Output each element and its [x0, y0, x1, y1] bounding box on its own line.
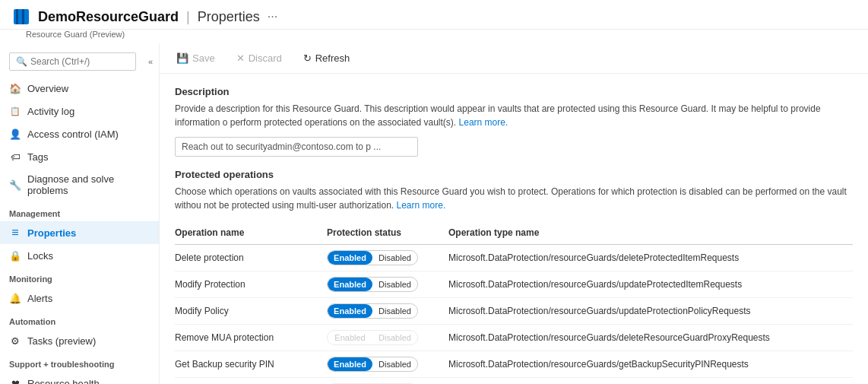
sidebar-label-locks: Locks: [27, 250, 53, 262]
toggle-enabled[interactable]: Enabled: [328, 278, 372, 291]
overview-icon: 🏠: [9, 82, 21, 94]
sidebar-item-properties[interactable]: ≡ Properties: [0, 221, 159, 244]
sidebar-item-diagnose[interactable]: 🔧 Diagnose and solve problems: [0, 168, 159, 202]
toggle-group[interactable]: EnabledDisabled: [327, 330, 418, 345]
protected-ops-desc: Choose which operations on vaults associ…: [175, 185, 853, 212]
search-box[interactable]: 🔍: [9, 52, 136, 71]
op-name: Disable soft delete: [175, 378, 327, 385]
sidebar-label-alerts: Alerts: [27, 293, 52, 304]
content-area: Description Provide a description for th…: [160, 74, 868, 384]
op-status[interactable]: EnabledDisabled: [327, 378, 448, 385]
sidebar-item-locks[interactable]: 🔒 Locks: [0, 244, 159, 267]
sidebar: 🔍 « 🏠 Overview 📋 Activity log 👤 Access c…: [0, 43, 160, 384]
svg-rect-2: [19, 9, 21, 24]
page-header: DemoResourceGuard | Properties ···: [0, 0, 868, 30]
op-name: Delete protection: [175, 245, 327, 271]
toggle-group[interactable]: EnabledDisabled: [327, 357, 418, 372]
sidebar-nav: 🏠 Overview 📋 Activity log 👤 Access contr…: [0, 77, 159, 384]
toggle-disabled[interactable]: Disabled: [372, 331, 417, 344]
op-status[interactable]: EnabledDisabled: [327, 351, 448, 378]
op-status[interactable]: EnabledDisabled: [327, 325, 448, 351]
toggle-enabled[interactable]: Enabled: [328, 304, 372, 318]
toggle-group[interactable]: EnabledDisabled: [327, 277, 418, 292]
toggle-enabled[interactable]: Enabled: [328, 357, 372, 371]
op-name: Modify Protection: [175, 271, 327, 298]
table-row: Modify ProtectionEnabledDisabledMicrosof…: [175, 271, 853, 298]
table-row: Disable soft deleteEnabledDisabledMicros…: [175, 378, 853, 385]
more-options-icon[interactable]: ···: [268, 10, 277, 24]
discard-button[interactable]: ✕ Discard: [232, 49, 287, 67]
sidebar-label-access-control: Access control (IAM): [27, 129, 119, 140]
description-text: Provide a description for this Resource …: [175, 102, 853, 129]
section-management: Management: [0, 202, 159, 221]
protected-ops-learn-more[interactable]: Learn more.: [397, 200, 446, 211]
activity-log-icon: 📋: [9, 105, 21, 117]
protected-ops-title: Protected operations: [175, 169, 853, 180]
toggle-group[interactable]: EnabledDisabled: [327, 303, 418, 319]
operations-table: Operation name Protection status Operati…: [175, 223, 853, 384]
svg-rect-1: [16, 9, 18, 24]
tags-icon: 🏷: [9, 151, 21, 163]
resource-name: DemoResourceGuard: [38, 9, 179, 25]
sidebar-item-alerts[interactable]: 🔔 Alerts: [0, 287, 159, 309]
save-button[interactable]: 💾 Save: [172, 49, 220, 67]
toggle-enabled[interactable]: Enabled: [328, 331, 372, 344]
col-header-type: Operation type name: [448, 223, 853, 245]
op-name: Modify Policy: [175, 298, 327, 325]
op-status[interactable]: EnabledDisabled: [327, 245, 448, 271]
sidebar-label-diagnose: Diagnose and solve problems: [27, 173, 150, 196]
svg-rect-3: [22, 9, 24, 24]
sidebar-label-activity-log: Activity log: [27, 106, 74, 117]
resource-type-label: Resource Guard (Preview): [0, 30, 868, 43]
toggle-enabled[interactable]: Enabled: [328, 251, 372, 265]
page-title: Properties: [198, 9, 260, 25]
toggle-disabled[interactable]: Disabled: [372, 278, 417, 291]
op-name: Get Backup security PIN: [175, 351, 327, 378]
save-icon: 💾: [176, 52, 188, 64]
resource-guard-icon: [12, 8, 30, 26]
discard-icon: ✕: [236, 52, 245, 64]
refresh-icon: ↻: [303, 52, 312, 64]
sidebar-label-overview: Overview: [27, 83, 68, 94]
tasks-icon: ⚙: [9, 335, 21, 347]
sidebar-item-access-control[interactable]: 👤 Access control (IAM): [0, 122, 159, 145]
section-automation: Automation: [0, 309, 159, 329]
op-type-name: Microsoft.DataProtection/resourceGuards/…: [448, 378, 853, 385]
diagnose-icon: 🔧: [9, 179, 21, 191]
access-control-icon: 👤: [9, 128, 21, 140]
search-icon: 🔍: [16, 56, 27, 67]
sidebar-item-overview[interactable]: 🏠 Overview: [0, 77, 159, 100]
sidebar-item-tags[interactable]: 🏷 Tags: [0, 145, 159, 168]
table-body: Delete protectionEnabledDisabledMicrosof…: [175, 245, 853, 385]
op-status[interactable]: EnabledDisabled: [327, 271, 448, 298]
op-type-name: Microsoft.DataProtection/resourceGuards/…: [448, 298, 853, 325]
col-header-name: Operation name: [175, 223, 327, 245]
op-type-name: Microsoft.DataProtection/resourceGuards/…: [448, 245, 853, 271]
sidebar-item-resource-health[interactable]: ❤ Resource health: [0, 372, 159, 384]
table-row: Get Backup security PINEnabledDisabledMi…: [175, 351, 853, 378]
toggle-disabled[interactable]: Disabled: [372, 304, 417, 318]
description-learn-more[interactable]: Learn more.: [459, 117, 508, 128]
table-row: Remove MUA protectionEnabledDisabledMicr…: [175, 325, 853, 351]
op-name: Remove MUA protection: [175, 325, 327, 351]
header-separator: |: [186, 9, 190, 25]
refresh-button[interactable]: ↻ Refresh: [299, 49, 355, 67]
toggle-group[interactable]: EnabledDisabled: [327, 250, 418, 265]
op-status[interactable]: EnabledDisabled: [327, 298, 448, 325]
toggle-disabled[interactable]: Disabled: [372, 251, 417, 265]
resource-health-icon: ❤: [9, 377, 21, 384]
sidebar-item-activity-log[interactable]: 📋 Activity log: [0, 100, 159, 122]
sidebar-label-tags: Tags: [27, 151, 48, 163]
col-header-status: Protection status: [327, 223, 448, 245]
sidebar-label-tasks: Tasks (preview): [27, 335, 96, 347]
description-title: Description: [175, 86, 853, 97]
toolbar: 💾 Save ✕ Discard ↻ Refresh: [160, 43, 868, 74]
toggle-disabled[interactable]: Disabled: [372, 357, 417, 371]
collapse-button[interactable]: «: [145, 56, 156, 68]
table-header-row: Operation name Protection status Operati…: [175, 223, 853, 245]
op-type-name: Microsoft.DataProtection/resourceGuards/…: [448, 351, 853, 378]
sidebar-item-tasks[interactable]: ⚙ Tasks (preview): [0, 329, 159, 352]
search-input[interactable]: [30, 56, 129, 67]
description-input[interactable]: [175, 137, 418, 157]
locks-icon: 🔒: [9, 249, 21, 262]
